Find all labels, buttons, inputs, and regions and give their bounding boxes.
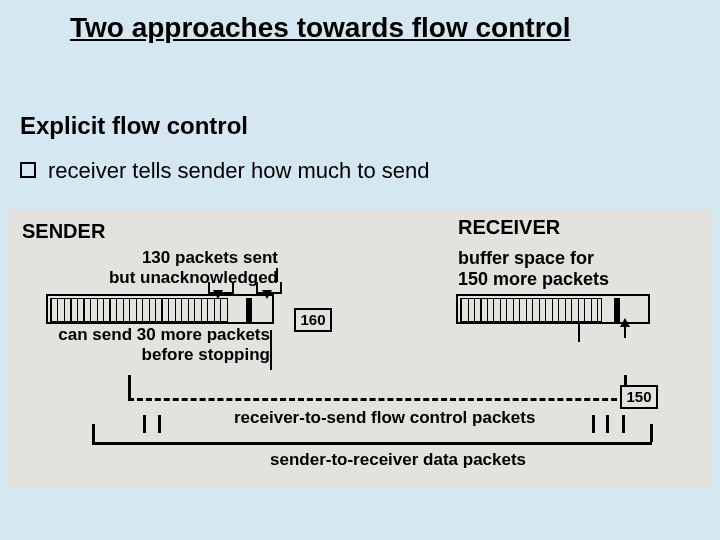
flow-control-diagram: SENDER RECEIVER 130 packets sent but una… bbox=[8, 210, 712, 488]
flow-packets-label: receiver-to-send flow control packets bbox=[234, 408, 535, 428]
bullet-row: receiver tells sender how much to send bbox=[20, 158, 430, 184]
sender-packets-text: 130 packets sent but unacknowledged bbox=[78, 248, 278, 287]
value-150-box: 150 bbox=[620, 385, 658, 409]
connector-line bbox=[650, 424, 653, 442]
connector-line bbox=[276, 268, 278, 282]
slide-title: Two approaches towards flow control bbox=[70, 12, 570, 44]
data-packets-label: sender-to-receiver data packets bbox=[270, 450, 526, 470]
sender-label: SENDER bbox=[22, 220, 105, 243]
connector-line bbox=[624, 324, 626, 338]
connector-line bbox=[578, 324, 580, 342]
tick-mark bbox=[158, 415, 161, 433]
data-packets-line bbox=[92, 442, 652, 445]
bullet-text: receiver tells sender how much to send bbox=[48, 158, 430, 184]
tick-mark bbox=[143, 415, 146, 433]
connector-line bbox=[92, 424, 95, 442]
tick-mark bbox=[592, 415, 595, 433]
sender-buffer-box bbox=[46, 294, 274, 324]
tick-mark bbox=[622, 415, 625, 433]
receiver-buffer-text: buffer space for 150 more packets bbox=[458, 248, 609, 289]
sender-buffer-fill bbox=[50, 298, 228, 322]
sender-buffer-marker bbox=[246, 298, 252, 322]
connector-line bbox=[128, 375, 131, 398]
bullet-icon bbox=[20, 162, 36, 178]
tick-mark bbox=[606, 415, 609, 433]
section-heading: Explicit flow control bbox=[20, 112, 248, 140]
can-send-text: can send 30 more packets before stopping bbox=[44, 325, 270, 364]
value-160-box: 160 bbox=[294, 308, 332, 332]
connector-line bbox=[270, 330, 272, 370]
flow-control-bus-line bbox=[128, 398, 626, 401]
arrow-down-icon bbox=[262, 290, 272, 299]
receiver-label: RECEIVER bbox=[458, 216, 560, 239]
receiver-buffer-fill bbox=[460, 298, 602, 322]
arrow-down-icon bbox=[213, 290, 223, 299]
